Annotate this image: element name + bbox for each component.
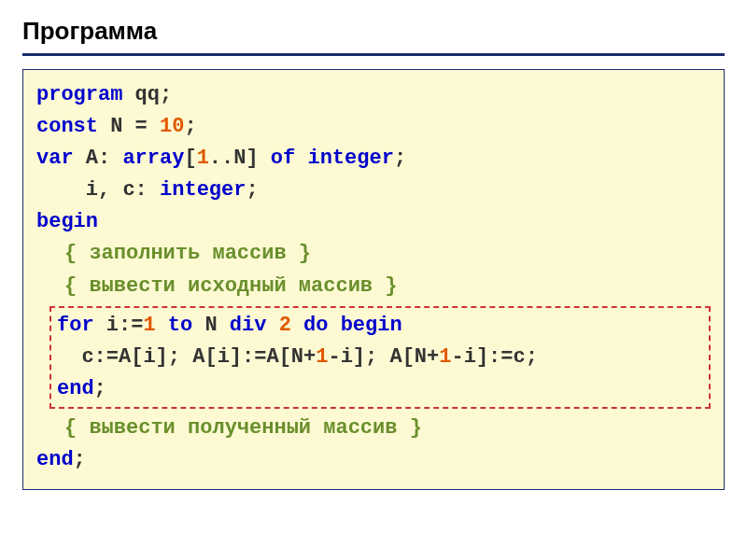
num: 10 [160, 115, 184, 138]
text: N = [98, 115, 160, 138]
code-line-4: i, c: integer; [36, 175, 711, 206]
code-line-2: const N = 10; [36, 111, 711, 143]
kw-var: var [36, 147, 74, 170]
title-underline [22, 53, 725, 56]
text: ; [94, 377, 106, 400]
text: c:=A[i]; A[i]:=A[N+ [57, 345, 316, 369]
kw-const: const [36, 115, 98, 138]
text: -i]; A[N+ [328, 345, 439, 369]
text: [ [184, 147, 196, 170]
code-line-6: { заполнить массив } [36, 238, 711, 270]
code-line-11: { вывести полученный массив } [36, 413, 711, 444]
text [295, 147, 307, 170]
kw-integer: integer [307, 147, 393, 170]
text [156, 314, 168, 337]
text: i, c: [36, 178, 160, 202]
kw-begin: begin [341, 314, 402, 337]
num: 1 [439, 345, 451, 369]
code-line-8: for i:=1 to N div 2 do begin [57, 310, 703, 342]
comment: { заполнить массив } [64, 242, 311, 265]
code-line-3: var A: array[1..N] of integer; [36, 143, 711, 175]
kw-of: of [271, 147, 295, 170]
text: ..N] [209, 147, 271, 170]
code-block: program qq; const N = 10; var A: array[1… [22, 69, 725, 490]
text [266, 314, 278, 337]
kw-integer: integer [160, 178, 246, 202]
num: 1 [316, 345, 328, 369]
kw-begin: begin [36, 210, 98, 233]
text: ; [74, 448, 86, 471]
text: ; [394, 147, 406, 170]
num: 1 [143, 314, 155, 337]
kw-to: to [168, 314, 192, 337]
code-line-7: { вывести исходный массив } [36, 271, 711, 302]
code-line-12: end; [36, 444, 711, 476]
text: ; [246, 178, 258, 202]
kw-end: end [36, 448, 74, 471]
highlighted-loop: for i:=1 to N div 2 do begin c:=A[i]; A[… [49, 306, 711, 409]
code-line-10: end; [57, 373, 703, 405]
text: A: [74, 147, 123, 170]
kw-program: program [36, 83, 122, 106]
num: 2 [279, 314, 291, 337]
code-line-9: c:=A[i]; A[i]:=A[N+1-i]; A[N+1-i]:=c; [57, 342, 703, 373]
code-line-5: begin [36, 206, 711, 238]
num: 1 [197, 147, 209, 170]
kw-for: for [57, 314, 94, 337]
text: i:= [94, 314, 144, 337]
comment: { вывести исходный массив } [64, 274, 397, 298]
text: N [192, 314, 230, 337]
kw-array: array [122, 147, 184, 170]
kw-do: do [303, 314, 328, 337]
kw-div: div [230, 314, 267, 337]
comment: { вывести полученный массив } [64, 416, 422, 440]
slide-title: Программа [22, 17, 725, 46]
kw-end: end [57, 377, 94, 400]
text [328, 314, 340, 337]
text: -i]:=c; [451, 345, 537, 369]
text: qq; [122, 83, 172, 106]
code-line-1: program qq; [36, 79, 711, 111]
text: ; [184, 115, 196, 138]
text [291, 314, 303, 337]
